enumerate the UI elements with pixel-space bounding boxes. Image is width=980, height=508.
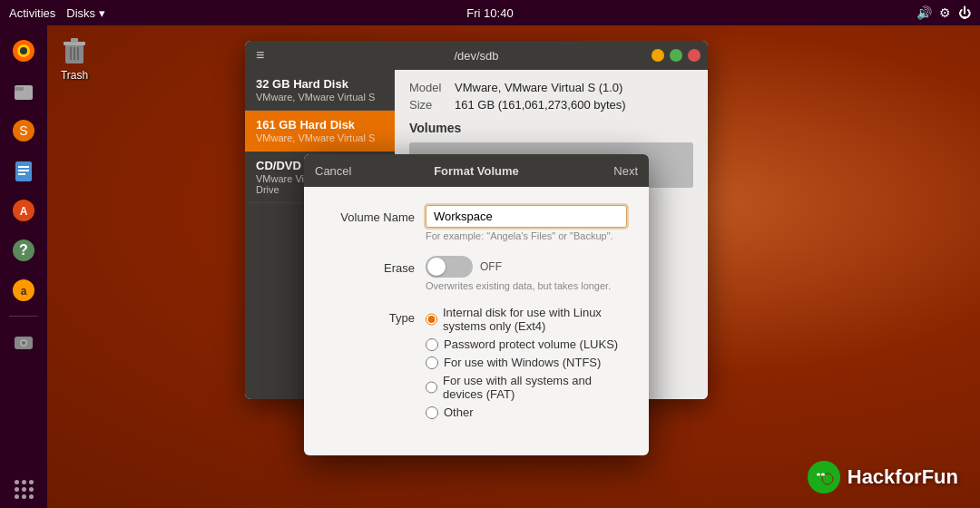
erase-field: OFF Overwrites existing data, but takes … (426, 256, 627, 291)
radio-fat-label: For use with all systems and devices (FA… (443, 374, 627, 401)
disk-item-161gb[interactable]: 161 GB Hard Disk VMware, VMware Virtual … (245, 111, 395, 151)
format-dialog-titlebar: Cancel Format Volume Next (304, 154, 649, 187)
format-dialog-body: Volume Name For example: "Angela's Files… (304, 187, 649, 455)
svg-point-2 (20, 47, 27, 54)
volume-icon[interactable]: 🔊 (916, 5, 932, 20)
size-label: Size (409, 98, 455, 112)
sidebar-divider (9, 316, 38, 317)
format-volume-dialog: Cancel Format Volume Next Volume Name Fo… (304, 154, 649, 455)
sidebar-item-software-center[interactable]: S (5, 112, 42, 149)
svg-point-19 (22, 341, 25, 345)
clock: Fri 10:40 (466, 6, 513, 20)
disks-titlebar: ≡ /dev/sdb (245, 41, 708, 70)
type-radio-group: Internal disk for use with Linux systems… (426, 306, 627, 419)
window-maximize-button[interactable] (670, 49, 682, 62)
svg-text:A: A (20, 205, 28, 218)
wechat-icon (808, 461, 840, 493)
disk-item-32gb-name: 32 GB Hard Disk (256, 77, 384, 91)
svg-text:S: S (19, 123, 27, 138)
svg-rect-10 (18, 173, 25, 175)
type-option-fat[interactable]: For use with all systems and devices (FA… (426, 374, 627, 401)
type-option-other[interactable]: Other (426, 405, 627, 419)
size-row: Size 161 GB (161,061,273,600 bytes) (409, 98, 693, 112)
type-option-ntfs[interactable]: For use with Windows (NTFS) (426, 356, 627, 369)
trash-desktop-icon[interactable]: Trash (58, 34, 91, 82)
cancel-button[interactable]: Cancel (315, 164, 351, 178)
toggle-off-label: OFF (480, 260, 502, 273)
app-name: Disks (66, 6, 95, 20)
power-icon[interactable]: ⏻ (958, 5, 971, 20)
volume-name-input[interactable] (426, 205, 627, 228)
size-value: 161 GB (161,061,273,600 bytes) (455, 98, 626, 112)
disk-item-161gb-name: 161 GB Hard Disk (256, 118, 384, 132)
hamburger-icon[interactable]: ≡ (252, 47, 268, 64)
radio-luks[interactable] (426, 338, 438, 351)
app-menu[interactable]: Disks ▾ (66, 6, 105, 20)
disks-window-title: /dev/sdb (454, 49, 498, 63)
watermark: HackforFun (808, 461, 958, 493)
sidebar-item-text-editor[interactable] (5, 152, 42, 189)
settings-icon[interactable]: ⚙ (939, 5, 951, 20)
erase-hint: Overwrites existing data, but takes long… (426, 280, 627, 291)
toggle-knob (427, 258, 446, 276)
type-option-ext4[interactable]: Internal disk for use with Linux systems… (426, 306, 627, 333)
radio-ntfs-label: For use with Windows (NTFS) (444, 356, 601, 369)
type-row: Type Internal disk for use with Linux sy… (326, 306, 627, 419)
type-option-luks[interactable]: Password protect volume (LUKS) (426, 337, 627, 351)
radio-ext4[interactable] (426, 313, 437, 326)
titlebar-menu[interactable]: ≡ (252, 47, 268, 64)
apps-grid-icon[interactable] (15, 480, 34, 499)
activities-button[interactable]: Activities (9, 6, 55, 20)
svg-rect-22 (71, 38, 78, 43)
type-field: Internal disk for use with Linux systems… (426, 306, 627, 419)
svg-rect-9 (18, 170, 29, 171)
sidebar-item-amazon[interactable]: a (5, 272, 42, 308)
sidebar: S A ? a (0, 25, 47, 508)
sidebar-item-help[interactable]: ? (5, 232, 42, 269)
svg-text:a: a (21, 285, 27, 298)
model-row: Model VMware, VMware Virtual S (1.0) (409, 81, 693, 94)
next-button[interactable]: Next (613, 164, 638, 178)
radio-other[interactable] (426, 406, 438, 419)
volume-name-row: Volume Name For example: "Angela's Files… (326, 205, 627, 241)
sidebar-item-firefox[interactable] (5, 33, 42, 69)
radio-ext4-label: Internal disk for use with Linux systems… (443, 306, 627, 333)
disk-item-161gb-sub: VMware, VMware Virtual S (256, 132, 384, 143)
volume-name-label: Volume Name (326, 205, 426, 224)
radio-other-label: Other (444, 405, 474, 419)
radio-fat[interactable] (426, 381, 437, 394)
sidebar-bottom (15, 480, 34, 508)
erase-toggle[interactable] (426, 256, 473, 278)
radio-luks-label: Password protect volume (LUKS) (444, 337, 618, 351)
window-close-button[interactable] (688, 49, 701, 62)
window-minimize-button[interactable] (652, 49, 664, 62)
volumes-header: Volumes (409, 121, 693, 135)
sidebar-item-appstore[interactable]: A (5, 192, 42, 229)
sidebar-item-disks[interactable] (5, 324, 42, 360)
erase-label: Erase (326, 256, 426, 275)
svg-point-28 (817, 474, 820, 476)
svg-text:?: ? (19, 242, 28, 258)
volume-name-field: For example: "Angela's Files" or "Backup… (426, 205, 627, 241)
erase-row: Erase OFF Overwrites existing data, but … (326, 256, 627, 291)
sidebar-item-files[interactable] (5, 73, 42, 109)
app-menu-arrow: ▾ (99, 6, 105, 20)
radio-ntfs[interactable] (426, 357, 438, 369)
topbar: Activities Disks ▾ Fri 10:40 🔊 ⚙ ⏻ (0, 0, 980, 25)
watermark-text: HackforFun (848, 465, 958, 489)
type-label: Type (326, 306, 426, 325)
model-value: VMware, VMware Virtual S (1.0) (455, 81, 622, 94)
format-dialog-title: Format Volume (434, 164, 519, 178)
svg-rect-4 (15, 87, 24, 91)
volume-name-hint: For example: "Angela's Files" or "Backup… (426, 230, 627, 241)
window-controls (652, 49, 701, 62)
model-label: Model (409, 81, 455, 94)
svg-rect-8 (18, 166, 29, 168)
svg-point-29 (821, 474, 825, 476)
erase-toggle-wrap: OFF (426, 256, 627, 278)
disk-item-32gb-sub: VMware, VMware Virtual S (256, 92, 384, 103)
disk-item-32gb[interactable]: 32 GB Hard Disk VMware, VMware Virtual S (245, 70, 395, 111)
trash-label: Trash (61, 69, 88, 82)
